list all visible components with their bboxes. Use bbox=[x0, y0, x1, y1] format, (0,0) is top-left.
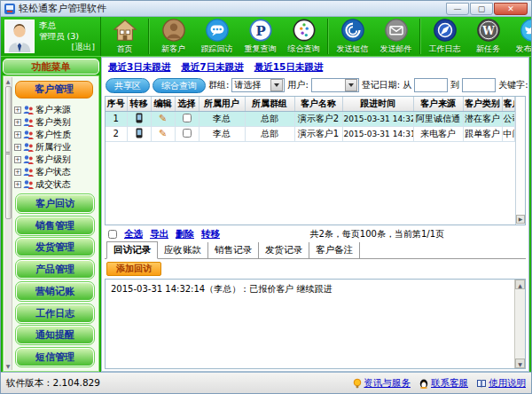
col-nature[interactable]: 客户性质 bbox=[502, 97, 515, 111]
tree-item-customer-nature[interactable]: + 客户性质 bbox=[14, 129, 96, 141]
contact-support-link[interactable]: 联系客服 bbox=[419, 377, 468, 390]
shared-zone-button[interactable]: 共享区 bbox=[106, 78, 150, 93]
col-edit[interactable]: 编辑 bbox=[151, 97, 175, 111]
sidebar-scrollbar[interactable]: ▲ ▼ bbox=[4, 77, 12, 370]
col-seq[interactable]: 序号 bbox=[106, 97, 127, 111]
cell-owner: 李总 bbox=[199, 111, 245, 126]
chevron-down-icon[interactable] bbox=[345, 79, 357, 91]
add-visit-button[interactable]: 添加回访 bbox=[106, 262, 161, 276]
sidebar-button-product-management[interactable]: 产品管理 bbox=[16, 260, 94, 279]
col-transfer[interactable]: 转移 bbox=[127, 97, 151, 111]
sidebar-section-customer-management[interactable]: 客户管理 bbox=[15, 81, 93, 98]
delete-link[interactable]: 删除 bbox=[176, 228, 194, 240]
toolbar-label: 综合查询 bbox=[288, 43, 320, 55]
tab-customer-notes[interactable]: 客户备注 bbox=[309, 242, 360, 258]
minimize-button[interactable]: — bbox=[446, 3, 469, 15]
cell-edit[interactable]: ✎ bbox=[151, 111, 175, 126]
toolbar-send-email[interactable]: 发送邮件 bbox=[374, 18, 418, 55]
toolbar-label: 发布通知 bbox=[516, 43, 532, 55]
link-not-followed-3days[interactable]: 最近3日未跟进 bbox=[108, 61, 170, 74]
col-follow-time[interactable]: 跟进时间 bbox=[342, 97, 413, 111]
transfer-link[interactable]: 转移 bbox=[201, 228, 220, 240]
tab-sales-records[interactable]: 销售记录 bbox=[208, 242, 259, 258]
sidebar-button-notification-reminder[interactable]: 通知提醒 bbox=[16, 326, 94, 344]
toolbar-send-sms[interactable]: 发送短信 bbox=[331, 18, 374, 55]
info-service-link[interactable]: 资讯与服务 bbox=[352, 377, 411, 390]
toolbar-home[interactable]: 首页 bbox=[103, 18, 146, 55]
expand-icon[interactable]: + bbox=[14, 144, 21, 151]
toolbar-publish-notice[interactable]: 发布通知 bbox=[510, 18, 531, 55]
tab-visit-records[interactable]: 回访记录 bbox=[106, 241, 158, 259]
toolbar-new-customer[interactable]: 新客户 bbox=[152, 18, 195, 55]
expand-icon[interactable]: + bbox=[14, 181, 21, 188]
maximize-button[interactable]: ▢ bbox=[470, 3, 493, 15]
chevron-down-icon[interactable] bbox=[270, 79, 283, 91]
toolbar-work-log[interactable]: 工作日志 bbox=[423, 18, 466, 55]
export-link[interactable]: 导出 bbox=[150, 228, 168, 240]
cell-transfer[interactable] bbox=[127, 111, 151, 126]
col-owner[interactable]: 所属用户 bbox=[199, 97, 245, 111]
visit-scrollbar[interactable]: ▲ ▼ bbox=[514, 280, 525, 368]
table-row[interactable]: 2 ✎ 李总 总部 演示客户1 2015-03-31 14:31:43 来电客户… bbox=[106, 126, 515, 141]
toolbar-follow-up-visit[interactable]: 跟踪回访 bbox=[195, 18, 239, 55]
tree-item-industry[interactable]: + 所属行业 bbox=[14, 141, 96, 154]
link-not-followed-7days[interactable]: 最近7日未跟进 bbox=[181, 61, 243, 74]
user-select[interactable] bbox=[311, 78, 359, 92]
expand-icon[interactable]: + bbox=[14, 156, 21, 163]
sidebar-button-sms-management[interactable]: 短信管理 bbox=[16, 348, 94, 366]
sidebar-button-shipping-management[interactable]: 发货管理 bbox=[16, 238, 94, 256]
col-source[interactable]: 客户来源 bbox=[413, 97, 463, 111]
tree-item-deal-status[interactable]: + 成交状态 bbox=[14, 178, 96, 191]
scroll-right-icon[interactable]: ▶ bbox=[516, 215, 525, 224]
tree-item-customer-source[interactable]: + 客户来源 bbox=[14, 104, 96, 116]
table-row[interactable]: 1 ✎ 李总 总部 演示客户2 2015-03-31 14:32:14 阿里诚信… bbox=[106, 111, 515, 126]
filter-bar: 共享区 综合查询 群组: 请选择 用户: 登记日期: 从 到 关键字: bbox=[105, 75, 526, 96]
scroll-up-icon[interactable]: ▲ bbox=[6, 77, 11, 85]
edit-icon: ✎ bbox=[159, 128, 167, 139]
toolbar-duplicate-query[interactable]: P 重复查询 bbox=[239, 18, 282, 55]
col-customer-name[interactable]: 客户名称 bbox=[294, 97, 342, 111]
scroll-down-icon[interactable]: ▼ bbox=[515, 359, 525, 368]
col-category[interactable]: 客户类别 bbox=[463, 97, 502, 111]
scroll-down-icon[interactable]: ▼ bbox=[6, 362, 11, 370]
toolbar-new-task[interactable]: W 新任务 bbox=[466, 18, 510, 55]
close-button[interactable]: ✕ bbox=[494, 3, 528, 15]
expand-icon[interactable]: + bbox=[14, 169, 21, 176]
tab-shipping-records[interactable]: 发货记录 bbox=[259, 242, 309, 258]
tree-item-customer-level[interactable]: + 客户级别 bbox=[14, 154, 96, 166]
col-group[interactable]: 所属群组 bbox=[245, 97, 294, 111]
scrollbar-thumb[interactable] bbox=[5, 86, 12, 219]
sidebar-button-customer-visit[interactable]: 客户回访 bbox=[16, 194, 94, 213]
col-select[interactable]: 选择 bbox=[175, 97, 199, 111]
toolbar-label: 跟踪回访 bbox=[201, 43, 233, 55]
cell-edit[interactable]: ✎ bbox=[151, 126, 175, 141]
sidebar-button-work-log[interactable]: 工作日志 bbox=[16, 304, 94, 323]
logout-link[interactable]: [退出] bbox=[39, 42, 97, 52]
user-manual-link[interactable]: 使用说明 bbox=[476, 377, 526, 390]
expand-icon[interactable]: + bbox=[14, 119, 21, 126]
sidebar-button-marketing-accounting[interactable]: 营销记账 bbox=[16, 282, 94, 301]
scroll-up-icon[interactable]: ▲ bbox=[515, 280, 525, 289]
select-all-checkbox[interactable] bbox=[108, 230, 117, 239]
link-not-followed-15days[interactable]: 最近15日未跟进 bbox=[254, 61, 324, 74]
cell-select[interactable] bbox=[175, 111, 199, 126]
cell-select[interactable] bbox=[175, 126, 199, 141]
row-checkbox[interactable] bbox=[183, 114, 192, 122]
group-select[interactable]: 请选择 bbox=[231, 78, 285, 92]
tree-item-customer-category[interactable]: + 客户类别 bbox=[14, 116, 96, 129]
visit-records-box: 2015-03-31 14:32:14（李总）：已报价客户 继续跟进 ▲ ▼ bbox=[105, 279, 526, 369]
tree-item-customer-status[interactable]: + 客户状态 bbox=[14, 166, 96, 178]
row-checkbox[interactable] bbox=[183, 129, 192, 138]
tab-accounts-receivable[interactable]: 应收账款 bbox=[158, 242, 208, 258]
sidebar-button-sales-management[interactable]: 销售管理 bbox=[16, 217, 94, 235]
date-to-input[interactable] bbox=[462, 78, 496, 92]
select-all-link[interactable]: 全选 bbox=[124, 228, 143, 240]
date-from-input[interactable] bbox=[414, 78, 448, 92]
window-controls: — ▢ ✕ bbox=[446, 3, 528, 15]
cell-transfer[interactable] bbox=[127, 126, 151, 141]
expand-icon[interactable]: + bbox=[14, 106, 21, 114]
cell-nature: 中间 bbox=[502, 126, 515, 141]
expand-icon[interactable]: + bbox=[14, 131, 21, 138]
toolbar-comprehensive-query[interactable]: 综合查询 bbox=[282, 18, 325, 55]
comprehensive-query-button[interactable]: 综合查询 bbox=[153, 78, 206, 93]
